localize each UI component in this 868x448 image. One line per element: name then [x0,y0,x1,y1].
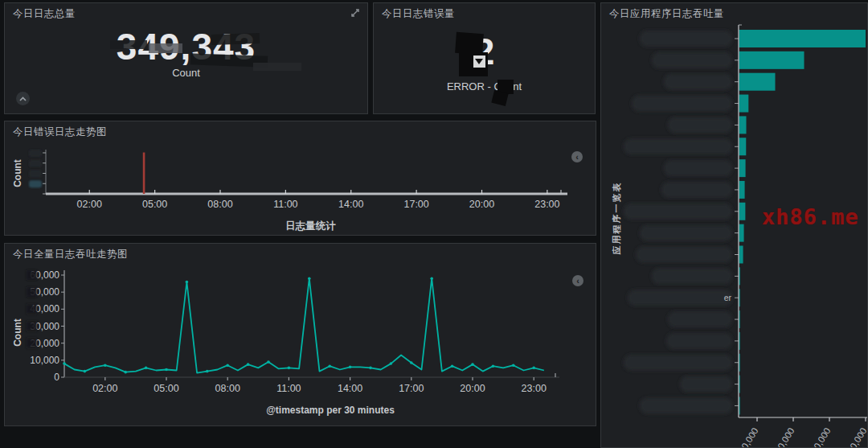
redacted-category-label [636,247,732,263]
redacted-category-label [624,355,732,371]
panel-error-trend: 今日错误日志走势图 02:0005:0008:0011:0014:0017:00… [4,121,596,236]
redacted-category-label [680,376,732,393]
error-logs-value-redacted: 2 [462,30,507,80]
dashboard: 今日日志总量 349,343 Count 今日日志错误量 [0,0,868,448]
app-bar [739,224,744,242]
watermark-text: xh86.me [762,204,866,229]
panel-error-trend-title: 今日错误日志走势图 [13,125,107,139]
chevron-left-icon: ‹ [575,153,579,162]
svg-text:02:00: 02:00 [92,383,117,394]
panel-error-logs-title: 今日日志错误量 [382,7,455,21]
redacted-y-digit [27,304,37,314]
redacted-category-label [668,117,732,133]
svg-text:10,000: 10,000 [30,355,59,366]
svg-text:11:00: 11:00 [273,199,297,210]
app-bar [739,354,740,372]
svg-text:@timestamp per 30 minutes: @timestamp per 30 minutes [266,405,395,416]
redacted-category-label [628,290,732,306]
redacted-category-label [632,96,732,112]
app-bar [739,397,740,414]
app-bar [739,116,747,134]
redacted-y-digit [27,287,37,297]
redacted-y-digit [27,322,37,331]
redacted-category-label [652,268,732,284]
svg-text:23:00: 23:00 [522,383,547,394]
app-bar [739,376,740,393]
svg-text:11:00: 11:00 [276,383,301,394]
svg-text:20:00: 20:00 [469,199,494,210]
error-logs-metric: 2 ERROR - Count [374,30,595,92]
throughput-line [64,278,544,373]
redacted-y-tick-label [29,171,42,178]
app-bar [739,51,805,69]
app-bar [739,181,745,199]
svg-text:Count: Count [12,159,23,187]
collapse-chevron-up-button[interactable] [16,92,30,105]
panel-throughput: 今日全量日志吞吐走势图 010,00020,00030,00040,00050,… [4,243,596,426]
app-bar [739,289,740,306]
app-bar [739,332,740,350]
nav-chevron-left-button[interactable]: ‹ [572,275,583,286]
error-logs-metric-label: ERROR - Count [374,80,595,92]
svg-text:05:00: 05:00 [142,199,167,210]
redacted-y-tick-label [29,180,42,187]
panel-total-logs-title: 今日日志总量 [13,7,76,21]
redacted-category-label [666,333,732,349]
nav-chevron-left-button[interactable]: ‹ [571,151,583,162]
svg-text:60,000: 60,000 [773,426,796,448]
svg-text:17:00: 17:00 [399,383,424,394]
redacted-category-label [624,203,732,220]
panel-total-logs: 今日日志总量 349,343 Count [4,2,368,114]
app-bar [739,310,740,328]
redacted-y-digit [27,339,37,348]
app-bar [739,159,746,177]
app-bar [739,138,747,155]
panel-apps-throughput: 今日应用程序日志吞吐量 应用程序一览表 er20,00060,000100,00… [600,2,868,448]
chevron-up-icon [19,97,27,101]
svg-text:20,000: 20,000 [737,426,760,448]
expand-icon[interactable] [350,8,360,18]
app-bar [739,95,749,113]
redacted-category-label [664,160,732,176]
redacted-category-label [624,138,732,154]
redacted-category-label [640,31,732,47]
svg-text:140,000: 140,000 [842,426,868,448]
redacted-category-label [652,52,732,68]
redacted-category-label [664,74,732,90]
svg-text:23:00: 23:00 [534,199,559,210]
svg-text:Count: Count [12,319,23,347]
app-bar [739,73,776,91]
svg-text:100,000: 100,000 [806,426,832,448]
svg-text:08:00: 08:00 [207,199,232,210]
panel-error-logs: 今日日志错误量 2 ERROR - Count [373,2,596,114]
svg-text:0: 0 [54,372,59,383]
error-metric-label-text: ERROR - Count [447,80,522,92]
redacted-category-label [668,311,732,327]
throughput-chart-canvas[interactable]: 010,00020,00030,00040,00050,00060,00002:… [5,260,596,425]
svg-text:08:00: 08:00 [215,383,240,394]
total-logs-value: 349,343 [117,27,256,66]
total-logs-metric-label: Count [5,67,367,79]
svg-text:02:00: 02:00 [77,199,102,210]
svg-text:17:00: 17:00 [403,199,428,210]
app-bar [739,246,743,264]
label-fragment: er [724,293,732,302]
svg-text:05:00: 05:00 [154,383,178,394]
svg-text:20:00: 20:00 [460,383,485,394]
svg-text:日志量统计: 日志量统计 [285,220,336,232]
redacted-category-label [640,225,732,241]
redaction-blob [455,32,484,55]
redacted-y-tick-label [29,160,42,167]
app-bar [739,203,746,220]
error-trend-chart-canvas[interactable]: 02:0005:0008:0011:0014:0017:0020:0023:00… [5,138,596,236]
app-bar [739,267,740,285]
chevron-left-icon: ‹ [576,277,579,286]
redacted-y-tick-label [29,150,42,157]
redaction-artifact [475,59,483,64]
total-logs-metric: 349,343 Count [5,27,367,79]
app-bar [739,30,866,47]
redaction-blob [491,90,508,106]
redacted-y-digit [27,270,37,280]
redacted-category-label [661,182,732,198]
redacted-category-label [640,397,732,413]
